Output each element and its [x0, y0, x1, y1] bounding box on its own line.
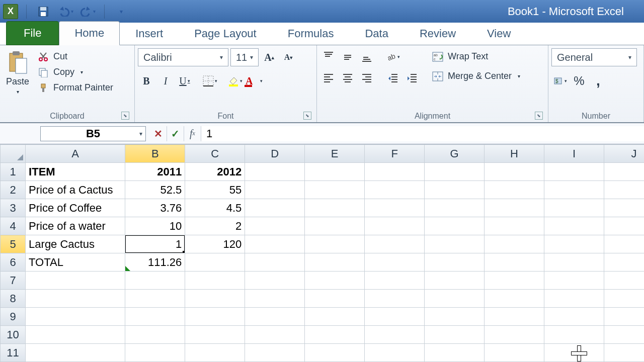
- clipboard-launcher[interactable]: ⬊: [121, 112, 129, 120]
- cell-I7[interactable]: [544, 272, 604, 290]
- cell-A1[interactable]: ITEM: [26, 163, 125, 181]
- column-header-H[interactable]: H: [485, 145, 544, 163]
- cell-J5[interactable]: [604, 235, 644, 253]
- row-header-6[interactable]: 6: [1, 253, 26, 272]
- font-color-button[interactable]: A▾: [246, 72, 263, 89]
- cell-C7[interactable]: [185, 272, 245, 290]
- cell-I6[interactable]: [544, 253, 604, 272]
- cell-H11[interactable]: [485, 344, 544, 362]
- cell-F4[interactable]: [365, 217, 425, 235]
- cell-A2[interactable]: Price of a Cactus: [26, 181, 125, 199]
- cell-H6[interactable]: [485, 253, 544, 272]
- format-painter-button[interactable]: Format Painter: [35, 81, 115, 94]
- save-button[interactable]: [35, 3, 52, 20]
- cell-F2[interactable]: [365, 181, 425, 199]
- insert-function-button[interactable]: fx: [184, 126, 201, 141]
- cell-C4[interactable]: 2: [185, 217, 245, 235]
- cell-D2[interactable]: [245, 181, 305, 199]
- cell-I8[interactable]: [544, 290, 604, 308]
- cell-J9[interactable]: [604, 308, 644, 326]
- cell-D4[interactable]: [245, 217, 305, 235]
- row-header-4[interactable]: 4: [1, 217, 26, 235]
- excel-icon[interactable]: X: [3, 4, 18, 19]
- underline-button[interactable]: U▾: [176, 72, 193, 89]
- tab-insert[interactable]: Insert: [120, 22, 179, 45]
- cell-C2[interactable]: 55: [185, 181, 245, 199]
- cell-G6[interactable]: [425, 253, 485, 272]
- cell-G4[interactable]: [425, 217, 485, 235]
- borders-button[interactable]: ▾: [201, 72, 218, 89]
- cell-J8[interactable]: [604, 290, 644, 308]
- column-header-D[interactable]: D: [245, 145, 305, 163]
- confirm-entry-button[interactable]: ✓: [167, 126, 184, 141]
- font-launcher[interactable]: ⬊: [303, 112, 311, 120]
- column-header-I[interactable]: I: [544, 145, 604, 163]
- cell-C5[interactable]: 120: [185, 235, 245, 253]
- tab-formulas[interactable]: Formulas: [272, 22, 350, 45]
- cell-E9[interactable]: [305, 308, 365, 326]
- cell-D8[interactable]: [245, 290, 305, 308]
- cell-B3[interactable]: 3.76: [125, 199, 185, 217]
- number-format-combo[interactable]: General▾: [551, 48, 637, 66]
- cell-F5[interactable]: [365, 235, 425, 253]
- tab-review[interactable]: Review: [404, 22, 471, 45]
- cell-F8[interactable]: [365, 290, 425, 308]
- decrease-font-icon[interactable]: A▾: [280, 49, 297, 66]
- cell-B4[interactable]: 10: [125, 217, 185, 235]
- cell-C9[interactable]: [185, 308, 245, 326]
- cell-I5[interactable]: [544, 235, 604, 253]
- row-header-3[interactable]: 3: [1, 199, 26, 217]
- align-left-icon[interactable]: [320, 69, 337, 86]
- cell-G8[interactable]: [425, 290, 485, 308]
- cell-F7[interactable]: [365, 272, 425, 290]
- cell-E2[interactable]: [305, 181, 365, 199]
- cell-A10[interactable]: [26, 326, 125, 344]
- column-header-E[interactable]: E: [305, 145, 365, 163]
- cell-G1[interactable]: [425, 163, 485, 181]
- accounting-format-button[interactable]: $▾: [551, 72, 569, 89]
- undo-button[interactable]: ▾: [57, 3, 74, 20]
- cell-I2[interactable]: [544, 181, 604, 199]
- increase-font-icon[interactable]: A▴: [261, 49, 278, 66]
- column-header-J[interactable]: J: [604, 145, 644, 163]
- cell-E6[interactable]: [305, 253, 365, 272]
- cell-C10[interactable]: [185, 326, 245, 344]
- font-size-combo[interactable]: 11▾: [230, 48, 259, 66]
- tab-view[interactable]: View: [471, 22, 526, 45]
- cell-G10[interactable]: [425, 326, 485, 344]
- cell-E11[interactable]: [305, 344, 365, 362]
- cell-F6[interactable]: [365, 253, 425, 272]
- cell-F11[interactable]: [365, 344, 425, 362]
- wrap-text-button[interactable]: abc Wrap Text: [430, 50, 522, 63]
- cell-D5[interactable]: [245, 235, 305, 253]
- decrease-indent-icon[interactable]: [384, 69, 401, 86]
- orientation-button[interactable]: ab▾: [384, 48, 401, 65]
- copy-button[interactable]: Copy▾: [35, 66, 115, 78]
- cell-E8[interactable]: [305, 290, 365, 308]
- qat-customize-button[interactable]: ▾: [113, 3, 130, 20]
- cell-G9[interactable]: [425, 308, 485, 326]
- cell-D3[interactable]: [245, 199, 305, 217]
- tab-page-layout[interactable]: Page Layout: [179, 22, 272, 45]
- cell-G11[interactable]: [425, 344, 485, 362]
- cell-A6[interactable]: TOTAL: [26, 253, 125, 272]
- row-header-10[interactable]: 10: [1, 326, 26, 344]
- cell-H9[interactable]: [485, 308, 544, 326]
- cell-D1[interactable]: [245, 163, 305, 181]
- cell-B9[interactable]: [125, 308, 185, 326]
- cell-E10[interactable]: [305, 326, 365, 344]
- cell-D10[interactable]: [245, 326, 305, 344]
- cell-G3[interactable]: [425, 199, 485, 217]
- cell-F9[interactable]: [365, 308, 425, 326]
- cell-A3[interactable]: Price of Coffee: [26, 199, 125, 217]
- column-header-F[interactable]: F: [365, 145, 425, 163]
- cell-B1[interactable]: 2011: [125, 163, 185, 181]
- cell-A8[interactable]: [26, 290, 125, 308]
- column-header-A[interactable]: A: [26, 145, 125, 163]
- cell-J6[interactable]: [604, 253, 644, 272]
- cell-E1[interactable]: [305, 163, 365, 181]
- comma-button[interactable]: ,: [590, 72, 607, 89]
- cell-I3[interactable]: [544, 199, 604, 217]
- redo-button[interactable]: ▾: [79, 3, 96, 20]
- cell-D7[interactable]: [245, 272, 305, 290]
